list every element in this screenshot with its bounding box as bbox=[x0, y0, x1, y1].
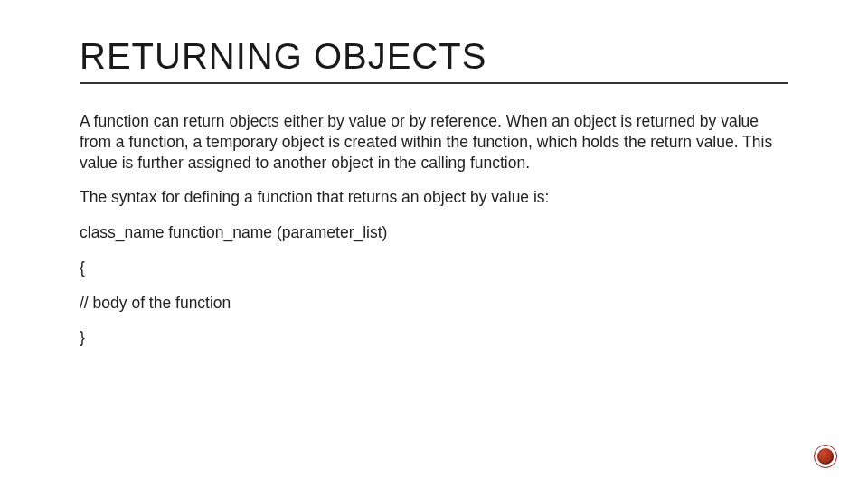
bullet-inner-sphere-icon bbox=[817, 448, 834, 465]
decorative-bullet-icon bbox=[814, 445, 837, 468]
syntax-signature: class_name function_name (parameter_list… bbox=[80, 222, 788, 243]
slide-content: RETURNING OBJECTS A function can return … bbox=[0, 0, 868, 348]
syntax-close-brace: } bbox=[80, 327, 788, 348]
paragraph-2: The syntax for defining a function that … bbox=[80, 187, 788, 208]
syntax-open-brace: { bbox=[80, 258, 788, 278]
slide-title: RETURNING OBJECTS bbox=[80, 36, 788, 77]
title-underline bbox=[80, 82, 788, 84]
syntax-body-comment: // body of the function bbox=[80, 293, 788, 314]
paragraph-1: A function can return objects either by … bbox=[80, 111, 788, 173]
